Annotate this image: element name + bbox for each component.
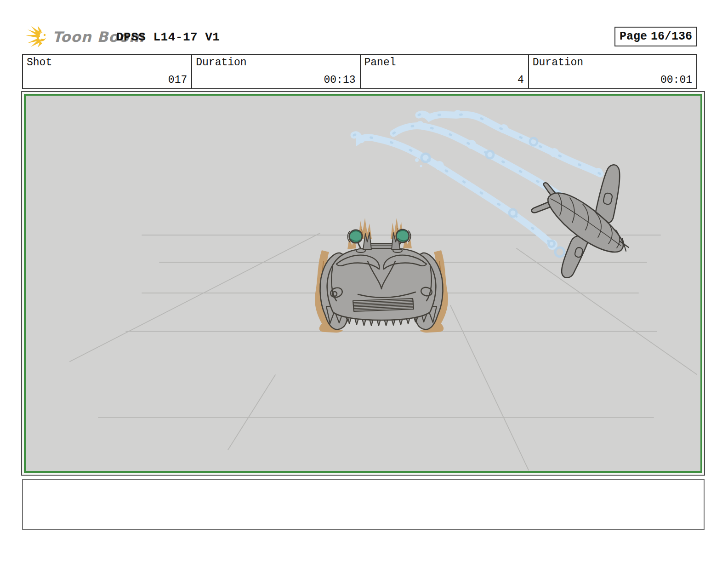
toonboom-starburst-icon — [25, 26, 49, 48]
table-cell-shot-duration: Duration 00:13 — [191, 55, 359, 88]
plane-tail-fin-left — [532, 201, 551, 213]
table-cell-panel: Panel 4 — [360, 55, 528, 88]
storyboard-page: Toon Boom DPSS L14-17 V1 Page 16/136 Sho… — [0, 0, 728, 563]
shot-info-table: Shot 017 Duration 00:13 Panel 4 Duration… — [22, 54, 697, 89]
cell-label: Duration — [533, 57, 583, 69]
page-value: 16/136 — [651, 30, 692, 43]
airplane-sketch — [532, 165, 629, 277]
storyboard-frame — [24, 94, 702, 473]
document-title: DPSS L14-17 V1 — [116, 31, 220, 43]
cell-value: 00:01 — [660, 74, 692, 86]
cell-label: Panel — [364, 57, 396, 69]
cell-value: 017 — [168, 74, 187, 86]
cell-label: Duration — [196, 57, 246, 69]
storyboard-drawing — [26, 96, 700, 471]
table-cell-panel-duration: Duration 00:01 — [528, 55, 696, 88]
cell-value: 4 — [518, 74, 524, 86]
storyboard-panel-container — [21, 91, 705, 476]
plane-lower-wing — [562, 236, 588, 278]
page-number-box: Page 16/136 — [614, 27, 697, 46]
cell-value: 00:13 — [324, 74, 355, 86]
table-cell-shot: Shot 017 — [23, 55, 191, 88]
caption-box — [22, 479, 705, 530]
cell-label: Shot — [27, 57, 52, 69]
car-headlights — [348, 230, 411, 243]
page-label: Page — [620, 30, 647, 43]
car-sketch — [320, 230, 443, 329]
